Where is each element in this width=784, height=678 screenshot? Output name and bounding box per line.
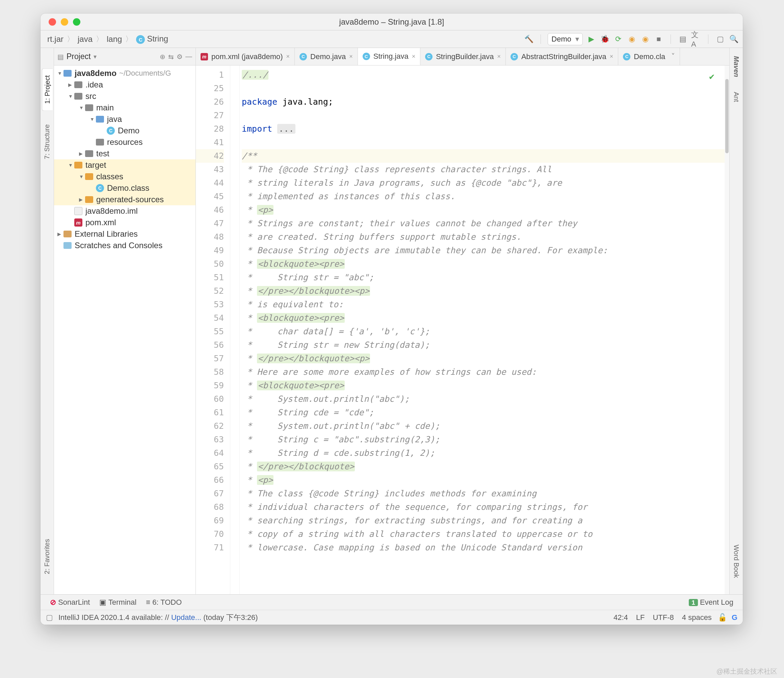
tree-src[interactable]: ▼src (54, 90, 196, 102)
editor-scrollbar[interactable] (725, 65, 729, 594)
ide-window: java8demo – String.java [1.8] rt.jar〉 ja… (40, 14, 743, 625)
zoom-icon[interactable] (73, 18, 80, 26)
debug-icon[interactable]: 🐞 (600, 34, 610, 44)
tree-gen[interactable]: ▶generated-sources (54, 194, 196, 205)
right-tab-maven[interactable]: Maven (731, 53, 742, 80)
stop-icon[interactable]: ■ (654, 34, 664, 44)
project-tree[interactable]: ▼java8demo~/Documents/G ▶.idea ▼src ▼mai… (54, 65, 196, 594)
collapse-icon[interactable]: ⇆ (168, 53, 174, 61)
event-log[interactable]: 1Event Log (689, 598, 733, 607)
watermark: @稀土掘金技术社区 (717, 667, 777, 676)
breadcrumb: rt.jar〉 java〉 lang〉 CString (45, 33, 171, 45)
tab-pom[interactable]: mpom.xml (java8demo)× (196, 48, 295, 65)
tree-pom[interactable]: mpom.xml (54, 217, 196, 228)
close-icon: × (412, 53, 415, 60)
left-tab-favorites[interactable]: 2: Favorites (42, 532, 52, 581)
coverage-icon[interactable]: ⟳ (613, 34, 623, 44)
left-tab-project[interactable]: 1: Project (42, 68, 53, 111)
status-msg: IntelliJ IDEA 2020.1.4 available: // Upd… (58, 613, 258, 623)
source[interactable]: /.../ package java.lang; import ... /** … (240, 65, 729, 594)
project-view-icon[interactable]: ▤ (58, 53, 64, 61)
run-config-select[interactable]: Demo▾ (548, 33, 583, 45)
attach-icon[interactable]: ◉ (640, 34, 650, 44)
translate-icon[interactable]: 文A (691, 34, 701, 44)
bottom-tools: ⊘ SonarLint ▣ Terminal ≡ 6: TODO 1Event … (40, 594, 743, 610)
tool-sonarlint[interactable]: ⊘ SonarLint (50, 598, 90, 607)
cursor-pos[interactable]: 42:4 (613, 613, 628, 622)
lock-icon[interactable]: 🔓 (718, 613, 727, 622)
line-sep[interactable]: LF (636, 613, 645, 622)
main-toolbar: rt.jar〉 java〉 lang〉 CString 🔨 Demo▾ ▶ 🐞 … (40, 30, 743, 48)
project-panel: ▤ Project ▾ ⊕ ⇆ ⚙ — ▼java8demo~/Document… (54, 48, 196, 594)
editor-tabs: mpom.xml (java8demo)× CDemo.java× CStrin… (196, 48, 729, 65)
close-icon: × (497, 53, 501, 60)
crumb-string[interactable]: CString (133, 33, 171, 45)
vcs-icon[interactable]: ▤ (678, 34, 688, 44)
project-title: Project (67, 52, 91, 61)
gutter: 12526272841 42 4344454647484950515253545… (196, 65, 230, 594)
close-icon: × (349, 53, 353, 60)
tab-asb[interactable]: CAbstractStringBuilder.java× (506, 48, 618, 65)
gear-icon[interactable]: ⚙ (177, 53, 183, 61)
toolbar-actions: 🔨 Demo▾ ▶ 🐞 ⟳ ◉ ◉ ■ ▤ 文A ▢ 🔍 (524, 33, 739, 45)
project-header: ▤ Project ▾ ⊕ ⇆ ⚙ — (54, 48, 196, 65)
tree-classes[interactable]: ▼classes (54, 171, 196, 182)
hide-icon[interactable]: — (185, 53, 192, 61)
fold-margin[interactable] (230, 65, 240, 594)
update-link[interactable]: Update... (171, 613, 201, 622)
tab-demo[interactable]: CDemo.java× (295, 48, 358, 65)
terminal-icon[interactable]: ▢ (715, 34, 725, 44)
tree-resources[interactable]: resources (54, 137, 196, 148)
window-title: java8demo – String.java [1.8] (40, 17, 743, 27)
status-bar: ▢ IntelliJ IDEA 2020.1.4 available: // U… (40, 610, 743, 625)
tree-ext[interactable]: ▶External Libraries (54, 228, 196, 240)
close-icon[interactable] (48, 18, 56, 26)
tab-class[interactable]: CDemo.cla˅ (618, 48, 680, 65)
right-tab-wordbook[interactable]: Word Book (731, 542, 742, 581)
close-icon: × (286, 53, 290, 60)
right-tab-ant[interactable]: Ant (731, 89, 742, 105)
right-strip: Maven Ant Word Book (729, 48, 743, 594)
tree-demo-class[interactable]: CDemo.class (54, 182, 196, 194)
left-tab-structure[interactable]: 7: Structure (42, 118, 52, 166)
minimize-icon[interactable] (61, 18, 68, 26)
crumb-java[interactable]: java (75, 33, 95, 45)
run-icon[interactable]: ▶ (586, 34, 596, 44)
target-icon[interactable]: ⊕ (160, 53, 165, 61)
title-bar: java8demo – String.java [1.8] (40, 14, 743, 30)
code-editor[interactable]: 12526272841 42 4344454647484950515253545… (196, 65, 729, 594)
left-strip: 1: Project 7: Structure 2: Favorites (40, 48, 54, 594)
tab-string[interactable]: CString.java× (358, 48, 420, 65)
editor-area: mpom.xml (java8demo)× CDemo.java× CStrin… (196, 48, 729, 594)
tree-scratch[interactable]: Scratches and Consoles (54, 240, 196, 251)
tree-iml[interactable]: java8demo.iml (54, 205, 196, 217)
tool-terminal[interactable]: ▣ Terminal (99, 598, 137, 607)
tree-idea[interactable]: ▶.idea (54, 79, 196, 90)
google-icon[interactable]: G (732, 613, 737, 622)
tree-demo[interactable]: CDemo (54, 125, 196, 137)
tree-test[interactable]: ▶test (54, 148, 196, 159)
inspection-ok-icon[interactable]: ✔ (709, 70, 714, 83)
search-icon[interactable]: 🔍 (729, 34, 739, 44)
encoding[interactable]: UTF-8 (653, 613, 674, 622)
crumb-lang[interactable]: lang (104, 33, 124, 45)
close-icon: × (610, 53, 613, 60)
ide-body: 1: Project 7: Structure 2: Favorites ▤ P… (40, 48, 743, 594)
tree-root[interactable]: ▼java8demo~/Documents/G (54, 67, 196, 79)
tree-main[interactable]: ▼main (54, 102, 196, 114)
crumb-rt[interactable]: rt.jar (45, 33, 66, 45)
hammer-icon[interactable]: 🔨 (524, 34, 534, 44)
indent[interactable]: 4 spaces (682, 613, 712, 622)
status-window-icon[interactable]: ▢ (46, 613, 53, 622)
tool-todo[interactable]: ≡ 6: TODO (146, 598, 182, 607)
traffic-lights (40, 18, 80, 26)
profile-icon[interactable]: ◉ (627, 34, 637, 44)
tab-sb[interactable]: CStringBuilder.java× (420, 48, 506, 65)
tree-target[interactable]: ▼target (54, 159, 196, 171)
tree-java[interactable]: ▼java (54, 114, 196, 125)
